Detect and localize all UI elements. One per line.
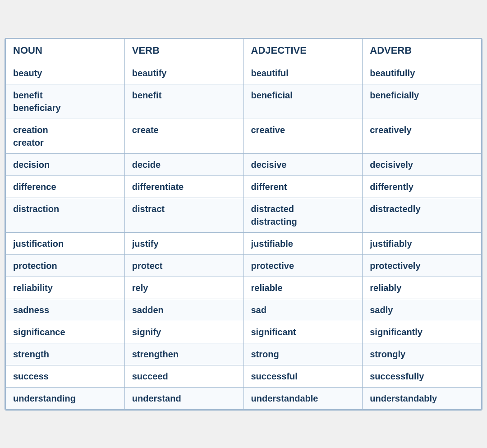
- table-row: differencedifferentiatedifferentdifferen…: [6, 176, 482, 198]
- table-cell: beautiful: [244, 62, 363, 84]
- table-cell: beautify: [124, 62, 244, 84]
- table-cell: beautifully: [363, 62, 482, 84]
- table-cell: benefit: [124, 84, 244, 119]
- table-row: beautybeautifybeautifulbeautifully: [6, 62, 482, 84]
- table-cell: successful: [244, 365, 363, 387]
- table-cell: significant: [244, 321, 363, 343]
- word-forms-table: NOUNVERBADJECTIVEADVERB beautybeautifybe…: [5, 39, 482, 410]
- table-cell: protectively: [363, 254, 482, 277]
- table-row: successsucceedsuccessfulsuccessfully: [6, 365, 482, 387]
- table-cell: justifiably: [363, 232, 482, 254]
- table-cell: reliability: [6, 277, 125, 299]
- table-cell: understand: [124, 387, 244, 409]
- table-cell: protect: [124, 254, 244, 277]
- table-cell: beauty: [6, 62, 125, 84]
- table-cell: differently: [363, 176, 482, 198]
- table-row: significancesignifysignificantsignifican…: [6, 321, 482, 343]
- table-cell: distract: [124, 198, 244, 232]
- table-cell: difference: [6, 176, 125, 198]
- column-header-adverb: ADVERB: [363, 39, 482, 62]
- table-body: beautybeautifybeautifulbeautifullybenefi…: [6, 62, 482, 409]
- table-cell: reliably: [363, 277, 482, 299]
- table-cell: distracteddistracting: [244, 198, 363, 232]
- table-cell: understandably: [363, 387, 482, 409]
- table-cell: creatively: [363, 119, 482, 153]
- table-cell: strongly: [363, 343, 482, 365]
- table-cell: success: [6, 365, 125, 387]
- table-cell: benefitbeneficiary: [6, 84, 125, 119]
- table-cell: sad: [244, 299, 363, 321]
- table-cell: strong: [244, 343, 363, 365]
- table-row: sadnesssaddensadsadly: [6, 299, 482, 321]
- table-cell: sadness: [6, 299, 125, 321]
- table-cell: understandable: [244, 387, 363, 409]
- table-cell: significantly: [363, 321, 482, 343]
- table-cell: creationcreator: [6, 119, 125, 153]
- table-cell: strength: [6, 343, 125, 365]
- table-cell: justify: [124, 232, 244, 254]
- table-cell: create: [124, 119, 244, 153]
- table-cell: rely: [124, 277, 244, 299]
- table-cell: sadly: [363, 299, 482, 321]
- table-cell: different: [244, 176, 363, 198]
- table-row: benefitbeneficiarybenefitbeneficialbenef…: [6, 84, 482, 119]
- table-cell: strengthen: [124, 343, 244, 365]
- table-cell: signify: [124, 321, 244, 343]
- table-cell: decisive: [244, 153, 363, 176]
- table-cell: justification: [6, 232, 125, 254]
- column-header-noun: NOUN: [6, 39, 125, 62]
- table-cell: sadden: [124, 299, 244, 321]
- table-cell: significance: [6, 321, 125, 343]
- table-cell: beneficial: [244, 84, 363, 119]
- table-cell: reliable: [244, 277, 363, 299]
- table-cell: differentiate: [124, 176, 244, 198]
- column-header-adjective: ADJECTIVE: [244, 39, 363, 62]
- table-row: distractiondistractdistracteddistracting…: [6, 198, 482, 232]
- table-cell: protective: [244, 254, 363, 277]
- table-cell: decision: [6, 153, 125, 176]
- table-cell: distractedly: [363, 198, 482, 232]
- table-cell: succeed: [124, 365, 244, 387]
- table-row: understandingunderstandunderstandableund…: [6, 387, 482, 409]
- table-row: creationcreatorcreatecreativecreatively: [6, 119, 482, 153]
- table-cell: understanding: [6, 387, 125, 409]
- table-cell: successfully: [363, 365, 482, 387]
- header-row: NOUNVERBADJECTIVEADVERB: [6, 39, 482, 62]
- table-cell: protection: [6, 254, 125, 277]
- table-cell: decide: [124, 153, 244, 176]
- table-cell: distraction: [6, 198, 125, 232]
- table-cell: justifiable: [244, 232, 363, 254]
- column-header-verb: VERB: [124, 39, 244, 62]
- table-row: protectionprotectprotectiveprotectively: [6, 254, 482, 277]
- table-cell: beneficially: [363, 84, 482, 119]
- table-row: reliabilityrelyreliablereliably: [6, 277, 482, 299]
- table-row: decisiondecidedecisivedecisively: [6, 153, 482, 176]
- table-cell: creative: [244, 119, 363, 153]
- table-cell: decisively: [363, 153, 482, 176]
- word-forms-table-container: NOUNVERBADJECTIVEADVERB beautybeautifybe…: [5, 38, 482, 411]
- table-row: justificationjustifyjustifiablejustifiab…: [6, 232, 482, 254]
- table-row: strengthstrengthenstrongstrongly: [6, 343, 482, 365]
